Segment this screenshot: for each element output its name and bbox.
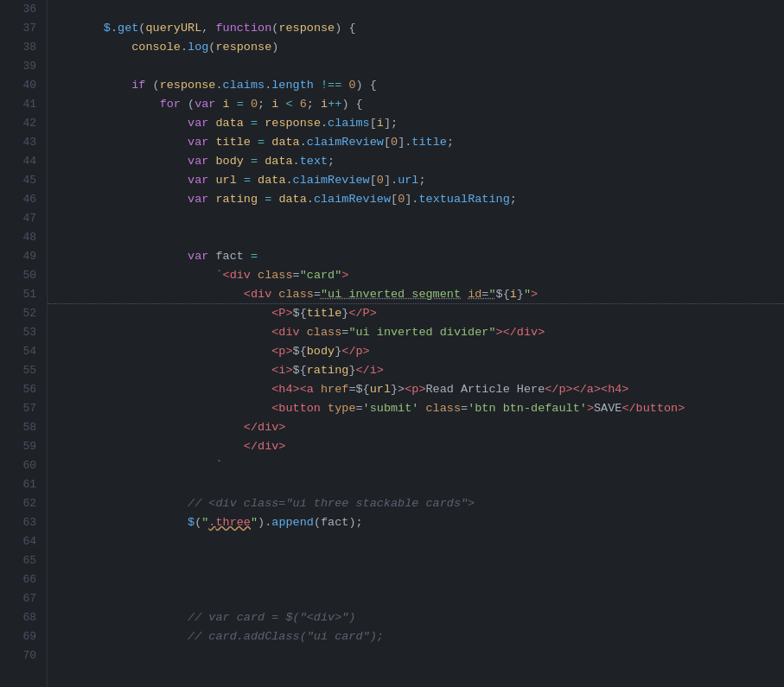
code-line-41: for (var i = 0; i < 6; i++) { — [48, 95, 784, 114]
code-line-53: <div class="ui inverted divider"></div> — [48, 323, 784, 342]
ln-60: 60 — [0, 456, 36, 475]
ln-52: 52 — [0, 304, 36, 323]
code-line-63: $(".three").append(fact); — [48, 513, 784, 532]
code-line-66 — [48, 570, 784, 589]
code-line-55: <i>${rating}</i> — [48, 361, 784, 380]
ln-63: 63 — [0, 513, 36, 532]
ln-59: 59 — [0, 437, 36, 456]
code-line-54: <p>${body}</p> — [48, 342, 784, 361]
code-line-67 — [48, 589, 784, 608]
code-line-51: <div class="ui inverted segment id="${i}… — [48, 285, 784, 304]
code-line-62: // <div class="ui three stackable cards"… — [48, 494, 784, 513]
ln-62: 62 — [0, 494, 36, 513]
code-line-40: if (response.claims.length !== 0) { — [48, 76, 784, 95]
code-line-65 — [48, 551, 784, 570]
ln-40: 40 — [0, 76, 36, 95]
ln-55: 55 — [0, 361, 36, 380]
code-line-56: <h4><a href=${url}><p>Read Article Here<… — [48, 380, 784, 399]
ln-42: 42 — [0, 114, 36, 133]
code-line-37: $.get(queryURL, function(response) { — [48, 19, 784, 38]
code-line-61 — [48, 475, 784, 494]
code-line-50: `<div class="card"> — [48, 266, 784, 285]
code-container: 36 37 38 39 40 41 42 43 44 45 46 47 48 4… — [0, 0, 784, 687]
ln-64: 64 — [0, 532, 36, 551]
ln-49: 49 — [0, 247, 36, 266]
ln-45: 45 — [0, 171, 36, 190]
ln-46: 46 — [0, 190, 36, 209]
ln-68: 68 — [0, 608, 36, 627]
ln-36: 36 — [0, 0, 36, 19]
code-line-48 — [48, 228, 784, 247]
code-line-59: </div> — [48, 437, 784, 456]
ln-56: 56 — [0, 380, 36, 399]
ln-39: 39 — [0, 57, 36, 76]
code-line-42: var data = response.claims[i]; — [48, 114, 784, 133]
code-line-70 — [48, 646, 784, 665]
ln-44: 44 — [0, 152, 36, 171]
code-line-58: </div> — [48, 418, 784, 437]
ln-38: 38 — [0, 38, 36, 57]
code-line-68: // var card = $("<div>") — [48, 608, 784, 627]
ln-66: 66 — [0, 570, 36, 589]
ln-61: 61 — [0, 475, 36, 494]
ln-47: 47 — [0, 209, 36, 228]
code-line-45: var url = data.claimReview[0].url; — [48, 171, 784, 190]
ln-50: 50 — [0, 266, 36, 285]
code-line-47 — [48, 209, 784, 228]
code-line-60: ` — [48, 456, 784, 475]
code-line-43: var title = data.claimReview[0].title; — [48, 133, 784, 152]
code-line-69: // card.addClass("ui card"); — [48, 627, 784, 646]
ln-41: 41 — [0, 95, 36, 114]
code-line-49: var fact = — [48, 247, 784, 266]
code-line-64 — [48, 532, 784, 551]
code-line-36 — [48, 0, 784, 19]
code-line-39 — [48, 57, 784, 76]
ln-51: 51 — [0, 285, 36, 304]
ln-54: 54 — [0, 342, 36, 361]
code-content[interactable]: $.get(queryURL, function(response) { con… — [48, 0, 784, 687]
code-line-38: console.log(response) — [48, 38, 784, 57]
code-editor: 36 37 38 39 40 41 42 43 44 45 46 47 48 4… — [0, 0, 784, 687]
ln-57: 57 — [0, 399, 36, 418]
ln-37: 37 — [0, 19, 36, 38]
ln-53: 53 — [0, 323, 36, 342]
ln-70: 70 — [0, 646, 36, 665]
code-line-57: <button type='submit' class='btn btn-def… — [48, 399, 784, 418]
ln-69: 69 — [0, 627, 36, 646]
ln-67: 67 — [0, 589, 36, 608]
code-line-44: var body = data.text; — [48, 152, 784, 171]
ln-43: 43 — [0, 133, 36, 152]
ln-48: 48 — [0, 228, 36, 247]
code-line-52: <P>${title}</P> — [48, 304, 784, 323]
ln-65: 65 — [0, 551, 36, 570]
ln-58: 58 — [0, 418, 36, 437]
code-line-46: var rating = data.claimReview[0].textual… — [48, 190, 784, 209]
line-numbers: 36 37 38 39 40 41 42 43 44 45 46 47 48 4… — [0, 0, 48, 687]
